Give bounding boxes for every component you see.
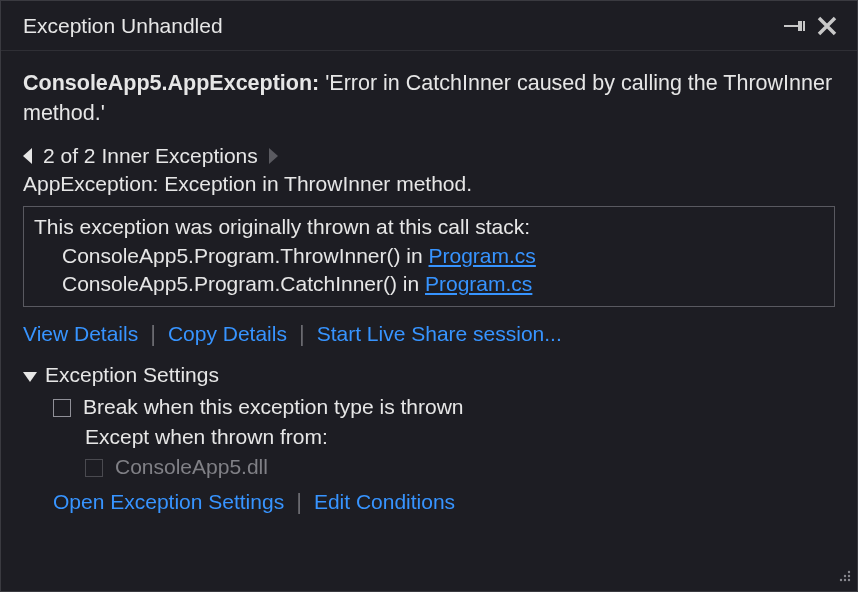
svg-point-2: [848, 575, 850, 577]
checkbox-icon: [85, 459, 103, 477]
settings-links: Open Exception Settings | Edit Condition…: [23, 489, 835, 515]
stack-frame-link[interactable]: Program.cs: [429, 244, 536, 267]
content-area: ConsoleApp5.AppException: 'Error in Catc…: [1, 51, 857, 525]
except-label: Except when thrown from:: [53, 425, 835, 449]
exception-settings-header[interactable]: Exception Settings: [23, 363, 835, 387]
view-details-link[interactable]: View Details: [23, 322, 138, 346]
titlebar: Exception Unhandled: [1, 1, 857, 51]
exception-settings-body: Break when this exception type is thrown…: [23, 395, 835, 479]
separator: |: [148, 321, 158, 347]
svg-point-3: [840, 579, 842, 581]
exception-helper-window: Exception Unhandled ConsoleApp5.AppExcep…: [0, 0, 858, 592]
call-stack-intro: This exception was originally thrown at …: [34, 213, 824, 241]
inner-nav-label: 2 of 2 Inner Exceptions: [43, 144, 258, 168]
stack-frame-link[interactable]: Program.cs: [425, 272, 532, 295]
svg-point-4: [844, 579, 846, 581]
stack-frame-text: ConsoleApp5.Program.ThrowInner() in: [62, 244, 429, 267]
break-checkbox-row[interactable]: Break when this exception type is thrown: [53, 395, 835, 419]
nav-prev-icon[interactable]: [23, 148, 33, 164]
stack-frame-text: ConsoleApp5.Program.CatchInner() in: [62, 272, 425, 295]
resize-grip-icon[interactable]: [837, 564, 851, 587]
edit-conditions-link[interactable]: Edit Conditions: [314, 490, 455, 514]
exception-type: ConsoleApp5.AppException:: [23, 71, 319, 95]
stack-frame: ConsoleApp5.Program.CatchInner() in Prog…: [34, 270, 824, 298]
inner-exception-text: AppException: Exception in ThrowInner me…: [23, 172, 835, 196]
chevron-down-icon: [23, 363, 37, 387]
module-label: ConsoleApp5.dll: [115, 455, 268, 479]
open-exception-settings-link[interactable]: Open Exception Settings: [53, 490, 284, 514]
pin-icon[interactable]: [779, 10, 811, 42]
exception-heading: ConsoleApp5.AppException: 'Error in Catc…: [23, 69, 835, 128]
call-stack-box: This exception was originally thrown at …: [23, 206, 835, 307]
break-label: Break when this exception type is thrown: [83, 395, 464, 419]
separator: |: [297, 321, 307, 347]
settings-heading-label: Exception Settings: [45, 363, 219, 387]
nav-next-icon: [268, 148, 278, 164]
checkbox-icon[interactable]: [53, 399, 71, 417]
copy-details-link[interactable]: Copy Details: [168, 322, 287, 346]
window-title: Exception Unhandled: [23, 14, 779, 38]
svg-point-5: [848, 579, 850, 581]
stack-frame: ConsoleApp5.Program.ThrowInner() in Prog…: [34, 242, 824, 270]
svg-point-0: [848, 571, 850, 573]
svg-point-1: [844, 575, 846, 577]
inner-exception-nav: 2 of 2 Inner Exceptions: [23, 144, 835, 168]
close-icon[interactable]: [811, 10, 843, 42]
module-checkbox-row: ConsoleApp5.dll: [53, 455, 835, 479]
live-share-link[interactable]: Start Live Share session...: [317, 322, 562, 346]
action-links: View Details | Copy Details | Start Live…: [23, 321, 835, 347]
separator: |: [294, 489, 304, 515]
